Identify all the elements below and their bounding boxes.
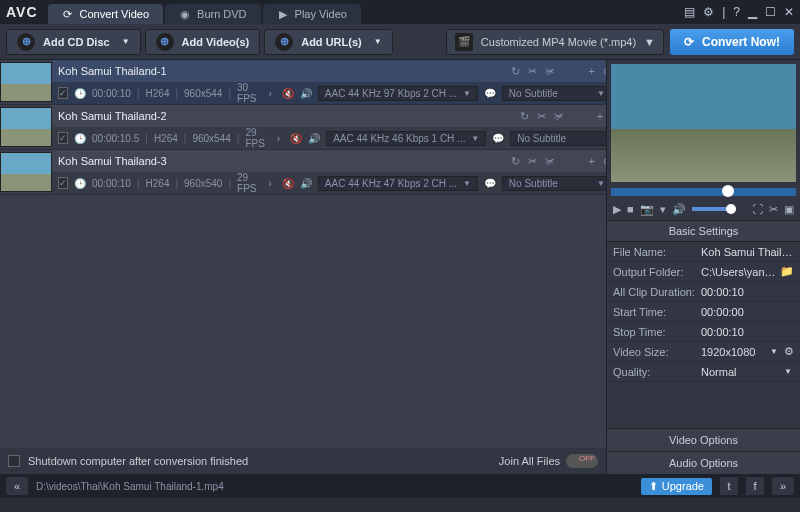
volume-slider[interactable] <box>692 207 732 211</box>
setting-stop-time[interactable]: Stop Time:00:00:10 <box>607 322 800 342</box>
speaker-icon[interactable]: 🔊 <box>308 133 320 144</box>
preview-pane[interactable] <box>611 64 796 182</box>
tab-convert-video[interactable]: ⟳ Convert Video <box>48 4 164 24</box>
add-cd-disc-button[interactable]: ⊕ Add CD Disc ▼ <box>6 29 141 55</box>
scissors-icon[interactable]: ✂ <box>769 203 778 216</box>
refresh-icon[interactable]: ↻ <box>520 110 529 123</box>
film-plus-icon: ⊕ <box>156 33 174 51</box>
side-panel: ▶ ■ 📷 ▾ 🔊 ⛶ ✂ ▣ Basic Settings File Name… <box>606 60 800 474</box>
include-checkbox[interactable]: ✓ <box>58 132 68 144</box>
mute-icon[interactable]: 🔇 <box>282 88 294 99</box>
include-checkbox[interactable]: ✓ <box>58 87 68 99</box>
fps: 30 FPS <box>237 82 258 104</box>
fullscreen-icon[interactable]: ⛶ <box>752 203 763 215</box>
tab-burn-dvd[interactable]: ◉ Burn DVD <box>165 4 261 24</box>
video-options-button[interactable]: Video Options <box>607 428 800 451</box>
audio-track-select[interactable]: AAC 44 KHz 97 Kbps 2 CH ...▼ <box>318 86 478 101</box>
maximize-icon[interactable]: ☐ <box>765 5 776 19</box>
refresh-icon[interactable]: ↻ <box>511 65 520 78</box>
scissors-icon[interactable]: ✂ <box>528 65 537 78</box>
output-profile-select[interactable]: 🎬 Customized MP4 Movie (*.mp4) ▼ <box>446 29 664 55</box>
subtitle-icon[interactable]: 💬 <box>492 133 504 144</box>
clock-icon: 🕒 <box>74 178 86 189</box>
add-videos-button[interactable]: ⊕ Add Video(s) <box>145 29 261 55</box>
convert-now-button[interactable]: ⟳ Convert Now! <box>670 29 794 55</box>
thumbnail[interactable] <box>0 62 52 102</box>
setting-start-time[interactable]: Start Time:00:00:00 <box>607 302 800 322</box>
statusbar: « D:\videos\Thai\Koh Samui Thailand-1.mp… <box>0 474 800 498</box>
setting-clip-duration: All Clip Duration:00:00:10 <box>607 282 800 302</box>
speaker-icon[interactable]: 🔊 <box>300 178 312 189</box>
add-icon[interactable]: + <box>597 110 603 123</box>
setting-output-folder[interactable]: Output Folder:C:\Users\yangh\Videos...📁 <box>607 262 800 282</box>
subtitle-select[interactable]: No Subtitle▼ <box>502 86 606 101</box>
effects-icon[interactable]: ✂̷ <box>554 110 563 123</box>
resolution: 960x544 <box>192 133 230 144</box>
audio-track-select[interactable]: AAC 44 KHz 47 Kbps 2 CH ...▼ <box>318 176 478 191</box>
effects-icon[interactable]: ✂̷ <box>545 155 554 168</box>
setting-quality[interactable]: Quality:Normal▼ <box>607 362 800 382</box>
resolution: 960x544 <box>184 88 222 99</box>
tab-label: Convert Video <box>80 8 150 20</box>
gear-icon[interactable]: ⚙ <box>784 345 794 358</box>
refresh-icon[interactable]: ↻ <box>511 155 520 168</box>
tab-play-video[interactable]: ▶ Play Video <box>263 4 361 24</box>
codec: H264 <box>154 133 178 144</box>
next-button[interactable]: » <box>772 477 794 495</box>
speaker-icon[interactable]: 🔊 <box>300 88 312 99</box>
folder-icon[interactable]: 📁 <box>780 265 794 278</box>
disc-plus-icon: ⊕ <box>17 33 35 51</box>
timeline-slider[interactable] <box>611 188 796 196</box>
upgrade-button[interactable]: ⬆Upgrade <box>641 478 712 495</box>
effects-icon[interactable]: ✂̷ <box>545 65 554 78</box>
mute-icon[interactable]: 🔇 <box>290 133 302 144</box>
prev-button[interactable]: « <box>6 477 28 495</box>
snapshot-icon[interactable]: 📷 <box>640 203 654 216</box>
file-item[interactable]: Koh Samui Thailand-3↻✂✂̷+⊗✓🕒00:00:10|H26… <box>0 150 606 195</box>
thumbnail[interactable] <box>0 107 52 147</box>
subtitle-icon[interactable]: 💬 <box>484 178 496 189</box>
add-urls-button[interactable]: ⊕ Add URL(s) ▼ <box>264 29 392 55</box>
audio-options-button[interactable]: Audio Options <box>607 451 800 474</box>
stop-icon[interactable]: ■ <box>627 203 634 215</box>
shutdown-checkbox[interactable] <box>8 455 20 467</box>
refresh-icon: ⟳ <box>684 35 694 49</box>
twitter-icon[interactable]: t <box>720 477 738 495</box>
play-icon: ▶ <box>277 8 289 20</box>
minimize-icon[interactable]: ▁ <box>748 5 757 19</box>
setting-video-size[interactable]: Video Size:1920x1080▼⚙ <box>607 342 800 362</box>
subtitle-icon[interactable]: 💬 <box>484 88 496 99</box>
close-icon[interactable]: ✕ <box>784 5 794 19</box>
thumbnail[interactable] <box>0 152 52 192</box>
duration: 00:00:10 <box>92 178 131 189</box>
setting-file-name[interactable]: File Name:Koh Samui Thailand-1 <box>607 242 800 262</box>
file-name: Koh Samui Thailand-3 <box>58 155 505 167</box>
audio-track-select[interactable]: AAC 44 KHz 46 Kbps 1 CH ...▼ <box>326 131 486 146</box>
btn-label: Add Video(s) <box>182 36 250 48</box>
help-icon[interactable]: ? <box>733 5 740 19</box>
crop-icon[interactable]: ▣ <box>784 203 794 216</box>
chevron-down-icon: ▼ <box>597 89 605 98</box>
gear-icon[interactable]: ⚙ <box>703 5 714 19</box>
mute-icon[interactable]: 🔇 <box>282 178 294 189</box>
subtitle-select[interactable]: No Subtitle▼ <box>502 176 606 191</box>
subtitle-select[interactable]: No Subtitle▼ <box>510 131 606 146</box>
chevron-down-icon[interactable]: ▾ <box>660 203 666 216</box>
join-files-toggle[interactable] <box>566 454 598 468</box>
btn-label: Add CD Disc <box>43 36 110 48</box>
play-icon[interactable]: ▶ <box>613 203 621 216</box>
codec: H264 <box>146 88 170 99</box>
add-icon[interactable]: + <box>588 65 594 78</box>
scissors-icon[interactable]: ✂ <box>528 155 537 168</box>
facebook-icon[interactable]: f <box>746 477 764 495</box>
volume-icon[interactable]: 🔊 <box>672 203 686 216</box>
scissors-icon[interactable]: ✂ <box>537 110 546 123</box>
file-item[interactable]: Koh Samui Thailand-1↻✂✂̷+⊗✓🕒00:00:10|H26… <box>0 60 606 105</box>
add-icon[interactable]: + <box>588 155 594 168</box>
menu-icon[interactable]: ▤ <box>684 5 695 19</box>
tab-label: Burn DVD <box>197 8 247 20</box>
file-item[interactable]: Koh Samui Thailand-2↻✂✂̷+⊗✓🕒00:00:10.5|H… <box>0 105 606 150</box>
file-name: Koh Samui Thailand-2 <box>58 110 514 122</box>
file-list: Koh Samui Thailand-1↻✂✂̷+⊗✓🕒00:00:10|H26… <box>0 60 606 474</box>
include-checkbox[interactable]: ✓ <box>58 177 68 189</box>
